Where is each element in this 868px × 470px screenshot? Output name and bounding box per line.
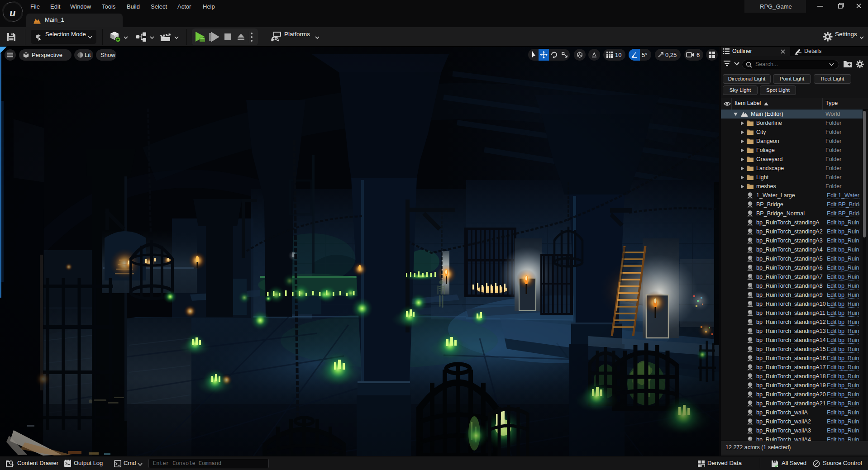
svg-text:u: u — [10, 6, 16, 19]
